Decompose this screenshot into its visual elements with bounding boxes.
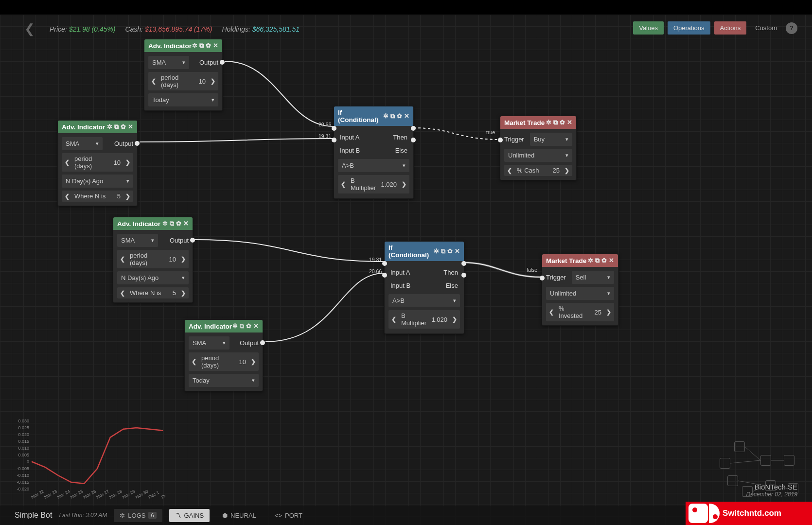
copy-icon[interactable]: ⧉	[114, 123, 119, 131]
bug-icon[interactable]: ✲	[192, 42, 197, 50]
chevron-right-icon[interactable]: ❯	[181, 290, 186, 297]
output-port[interactable]	[220, 60, 225, 65]
close-icon[interactable]: ✕	[253, 322, 259, 330]
bug-icon[interactable]: ✲	[383, 112, 388, 120]
else-port[interactable]	[411, 138, 416, 142]
help-icon[interactable]: ?	[786, 22, 797, 34]
when-select[interactable]: N Day(s) Ago ▾	[62, 175, 133, 188]
input-a-port[interactable]	[332, 126, 336, 131]
node-market-trade-sell[interactable]: Market Trade ✲ ⧉ ✿ ✕ Trigger Sell ▾ Unli…	[542, 254, 618, 326]
chevron-left-icon[interactable]: ❮	[507, 167, 512, 174]
gear-icon[interactable]: ✿	[447, 247, 453, 255]
gear-icon[interactable]: ✿	[601, 257, 607, 264]
close-icon[interactable]: ✕	[404, 112, 409, 120]
chevron-right-icon[interactable]: ❯	[452, 316, 457, 323]
when-select[interactable]: Today ▾	[189, 374, 259, 387]
node-header[interactable]: If (Conditional) ✲ ⧉ ✿ ✕	[385, 242, 464, 261]
b-multiplier-stepper[interactable]: ❮ B Multiplier 1.020 ❯	[338, 175, 409, 193]
tab-neural[interactable]: ⬢ NEURAL	[216, 509, 262, 522]
node-adv-indicator-4[interactable]: Adv. Indicator ✲ ⧉ ✿ ✕ SMA ▾ Output ❮ pe…	[184, 319, 263, 391]
side-select[interactable]: Sell ▾	[572, 271, 614, 284]
tab-logs[interactable]: ✲ LOGS 6	[114, 509, 162, 522]
gear-icon[interactable]: ✿	[397, 112, 402, 120]
chevron-right-icon[interactable]: ❯	[402, 181, 406, 188]
close-icon[interactable]: ✕	[455, 247, 460, 255]
then-port[interactable]	[411, 126, 416, 131]
custom-button[interactable]: Custom	[750, 21, 782, 35]
where-n-stepper[interactable]: ❮ Where N is 5 ❯	[117, 287, 189, 298]
node-header[interactable]: Adv. Indicator ✲ ⧉ ✿ ✕	[58, 121, 137, 133]
chevron-left-icon[interactable]: ❮	[549, 309, 554, 315]
chevron-right-icon[interactable]: ❯	[251, 358, 256, 365]
output-port[interactable]	[135, 141, 140, 146]
period-stepper[interactable]: ❮ period (days) 10 ❯	[117, 250, 189, 268]
tab-port[interactable]: <> PORT	[269, 509, 308, 522]
op-select[interactable]: A>B ▾	[338, 159, 409, 172]
b-multiplier-stepper[interactable]: ❮ B Multiplier 1.020 ❯	[388, 310, 460, 329]
bug-icon[interactable]: ✲	[588, 257, 593, 264]
chevron-left-icon[interactable]: ❮	[391, 316, 396, 323]
alloc-stepper[interactable]: ❮ % Invested 25 ❯	[546, 303, 614, 321]
node-if-conditional-2[interactable]: If (Conditional) ✲ ⧉ ✿ ✕ Input A Then In…	[384, 241, 464, 334]
tab-gains[interactable]: 〽 GAINS	[169, 509, 210, 522]
indicator-type-select[interactable]: SMA ▾	[117, 234, 158, 247]
indicator-type-select[interactable]: SMA ▾	[189, 336, 229, 350]
chevron-left-icon[interactable]: ❮	[65, 193, 70, 200]
bug-icon[interactable]: ✲	[107, 123, 112, 131]
operations-button[interactable]: Operations	[668, 21, 710, 35]
else-port[interactable]	[461, 273, 466, 278]
chevron-left-icon[interactable]: ❮	[151, 78, 156, 85]
values-button[interactable]: Values	[633, 21, 664, 35]
where-n-stepper[interactable]: ❮ Where N is 5 ❯	[62, 191, 133, 202]
input-b-port[interactable]	[382, 273, 387, 278]
close-icon[interactable]: ✕	[609, 257, 614, 264]
when-select[interactable]: Today ▾	[148, 93, 218, 106]
chevron-right-icon[interactable]: ❯	[606, 309, 611, 315]
node-header[interactable]: Market Trade ✲ ⧉ ✿ ✕	[500, 116, 576, 129]
then-port[interactable]	[461, 261, 466, 266]
qty-select[interactable]: Unlimited ▾	[504, 149, 572, 162]
chevron-left-icon[interactable]: ❮	[120, 256, 125, 262]
chevron-right-icon[interactable]: ❯	[125, 193, 130, 200]
copy-icon[interactable]: ⧉	[199, 42, 204, 50]
chevron-right-icon[interactable]: ❯	[181, 256, 186, 262]
close-icon[interactable]: ✕	[183, 220, 189, 228]
gear-icon[interactable]: ✿	[206, 42, 211, 50]
node-adv-indicator-1[interactable]: Adv. Indicator ✲ ⧉ ✿ ✕ SMA ▾ Output ❮ pe…	[144, 39, 223, 111]
node-header[interactable]: Adv. Indicator ✲ ⧉ ✿ ✕	[185, 320, 263, 332]
chevron-right-icon[interactable]: ❯	[125, 159, 130, 166]
input-a-port[interactable]	[382, 261, 387, 266]
node-adv-indicator-3[interactable]: Adv. Indicator ✲ ⧉ ✿ ✕ SMA ▾ Output ❮ pe…	[113, 217, 193, 303]
gear-icon[interactable]: ✿	[121, 123, 126, 131]
copy-icon[interactable]: ⧉	[595, 257, 600, 264]
bug-icon[interactable]: ✲	[434, 247, 439, 255]
chevron-right-icon[interactable]: ❯	[565, 167, 569, 174]
node-market-trade-buy[interactable]: Market Trade ✲ ⧉ ✿ ✕ Trigger Buy ▾ Unlim…	[500, 116, 577, 180]
gear-icon[interactable]: ✿	[560, 119, 565, 126]
gear-icon[interactable]: ✿	[246, 322, 251, 330]
node-adv-indicator-2[interactable]: Adv. Indicator ✲ ⧉ ✿ ✕ SMA ▾ Output ❮ pe…	[57, 120, 138, 206]
when-select[interactable]: N Day(s) Ago ▾	[117, 271, 189, 284]
node-if-conditional-1[interactable]: If (Conditional) ✲ ⧉ ✿ ✕ Input A Then In…	[334, 106, 414, 199]
qty-select[interactable]: Unlimited ▾	[546, 287, 614, 300]
close-icon[interactable]: ✕	[213, 42, 218, 50]
input-b-port[interactable]	[332, 138, 336, 142]
copy-icon[interactable]: ⧉	[170, 220, 174, 228]
bug-icon[interactable]: ✲	[546, 119, 551, 126]
side-select[interactable]: Buy ▾	[530, 133, 572, 146]
chevron-right-icon[interactable]: ❯	[211, 78, 215, 85]
copy-icon[interactable]: ⧉	[441, 247, 445, 255]
copy-icon[interactable]: ⧉	[553, 119, 558, 126]
period-stepper[interactable]: ❮ period (days) 10 ❯	[62, 153, 133, 172]
op-select[interactable]: A>B ▾	[388, 294, 460, 307]
node-header[interactable]: Market Trade ✲ ⧉ ✿ ✕	[542, 254, 618, 267]
chevron-left-icon[interactable]: ❮	[341, 181, 346, 188]
gear-icon[interactable]: ✿	[176, 220, 181, 228]
actions-button[interactable]: Actions	[714, 21, 747, 35]
minimap[interactable]	[720, 441, 797, 495]
close-icon[interactable]: ✕	[128, 123, 133, 131]
node-header[interactable]: If (Conditional) ✲ ⧉ ✿ ✕	[334, 106, 413, 126]
indicator-type-select[interactable]: SMA ▾	[148, 56, 189, 69]
period-stepper[interactable]: ❮ period (days) 10 ❯	[189, 352, 259, 371]
node-header[interactable]: Adv. Indicator ✲ ⧉ ✿ ✕	[144, 39, 222, 52]
